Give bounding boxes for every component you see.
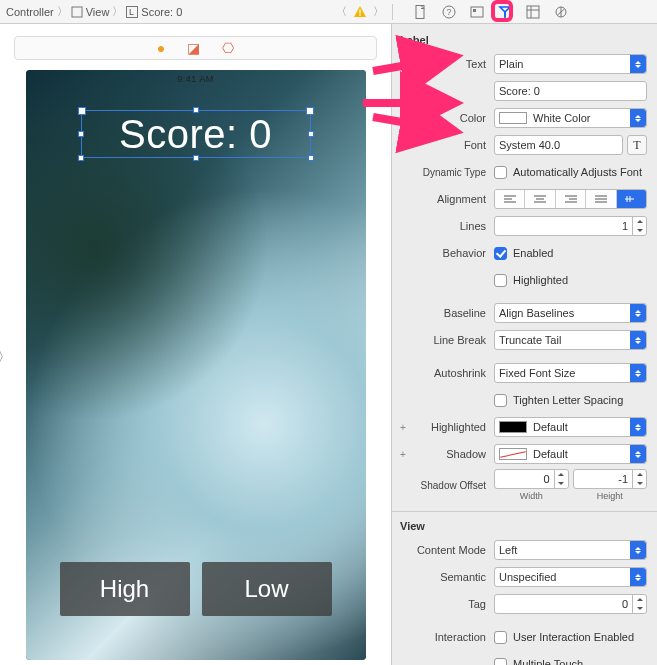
section-label: Label <box>400 34 647 46</box>
interaction-label: Interaction <box>406 631 494 643</box>
shadow-offset-label: Shadow Offset <box>406 480 494 491</box>
warning-icon[interactable] <box>353 5 367 19</box>
annotation-highlight <box>491 0 513 22</box>
svg-text:L: L <box>129 7 134 17</box>
svg-rect-5 <box>359 14 360 15</box>
text-mode-combo[interactable]: Plain <box>494 54 647 74</box>
connections-inspector-icon[interactable] <box>553 4 569 20</box>
tag-label: Tag <box>406 598 494 610</box>
divider <box>392 511 657 512</box>
font-picker-button[interactable]: T <box>627 135 647 155</box>
chevron-right-icon: 〉 <box>57 4 68 19</box>
constraints-icon[interactable]: ● <box>157 40 165 56</box>
device-preview[interactable]: 9:41 AM Score: 0 High Low <box>26 70 366 660</box>
canvas-prev-icon[interactable]: 〉 <box>0 345 14 369</box>
alignment-segmented[interactable] <box>494 189 647 209</box>
breadcrumb-item[interactable]: Controller <box>6 6 54 18</box>
align-center-icon <box>525 190 555 208</box>
enabled-checkbox[interactable]: Enabled <box>494 247 553 260</box>
identity-inspector-icon[interactable] <box>469 4 485 20</box>
shadow-height-stepper[interactable]: -1 <box>573 469 648 489</box>
breadcrumb: Controller 〉 View 〉 L Score: 0 〈 〉 <box>0 4 392 19</box>
svg-rect-10 <box>473 9 476 12</box>
user-interaction-checkbox[interactable]: User Interaction Enabled <box>494 631 634 644</box>
embed-icon[interactable]: ◪ <box>187 40 200 56</box>
section-view: View <box>400 520 647 532</box>
semantic-label: Semantic <box>406 571 494 583</box>
linebreak-label: Line Break <box>406 334 494 346</box>
auto-adjust-font-checkbox[interactable]: Automatically Adjusts Font <box>494 166 642 179</box>
svg-text:?: ? <box>447 7 452 17</box>
file-inspector-icon[interactable] <box>413 4 429 20</box>
color-label: Color <box>406 112 494 124</box>
canvas-pane: ● ◪ ⎔ 9:41 AM Score: 0 High Low 〉 <box>0 24 392 665</box>
svg-rect-9 <box>471 7 483 17</box>
tag-stepper[interactable]: 0 <box>494 594 647 614</box>
autoshrink-label: Autoshrink <box>406 367 494 379</box>
inspector-tabs: ? <box>392 4 657 20</box>
view-icon <box>71 6 83 18</box>
align-right-icon <box>556 190 586 208</box>
label-l-icon: L <box>126 6 138 18</box>
low-button[interactable]: Low <box>202 562 332 616</box>
align-natural-icon <box>617 190 646 208</box>
linebreak-combo[interactable]: Truncate Tail <box>494 330 647 350</box>
attributes-inspector: Label +Text Plain + Score: 0 +Color Whit… <box>392 24 657 665</box>
status-bar-time: 9:41 AM <box>26 74 366 84</box>
tighten-spacing-checkbox[interactable]: Tighten Letter Spacing <box>494 394 623 407</box>
back-icon[interactable]: 〈 <box>336 4 347 19</box>
svg-rect-4 <box>359 9 360 13</box>
text-label: Text <box>406 58 494 70</box>
alignment-label: Alignment <box>406 193 494 205</box>
shadow-width-stepper[interactable]: 0 <box>494 469 569 489</box>
text-value-field[interactable]: Score: 0 <box>494 81 647 101</box>
exit-icon[interactable]: ⎔ <box>222 40 234 56</box>
svg-rect-0 <box>72 7 82 17</box>
align-left-icon <box>495 190 525 208</box>
shadow-label: Shadow <box>406 448 494 460</box>
dynamic-type-label: Dynamic Type <box>406 167 494 178</box>
chevron-right-icon: 〉 <box>112 4 123 19</box>
multiple-touch-checkbox[interactable]: Multiple Touch <box>494 658 583 666</box>
high-button[interactable]: High <box>60 562 190 616</box>
semantic-combo[interactable]: Unspecified <box>494 567 647 587</box>
highlighted-checkbox[interactable]: Highlighted <box>494 274 568 287</box>
content-mode-combo[interactable]: Left <box>494 540 647 560</box>
width-sublabel: Width <box>494 491 569 501</box>
font-field[interactable]: System 40.0 <box>494 135 623 155</box>
autoshrink-combo[interactable]: Fixed Font Size <box>494 363 647 383</box>
lines-label: Lines <box>406 220 494 232</box>
baseline-combo[interactable]: Align Baselines <box>494 303 647 323</box>
content-mode-label: Content Mode <box>406 544 494 556</box>
align-justify-icon <box>586 190 616 208</box>
breadcrumb-item[interactable]: Score: 0 <box>141 6 182 18</box>
color-combo[interactable]: White Color <box>494 108 647 128</box>
top-bar: Controller 〉 View 〉 L Score: 0 〈 〉 ? <box>0 0 657 24</box>
svg-rect-12 <box>527 6 539 18</box>
highlighted-color-label: Highlighted <box>406 421 494 433</box>
forward-icon[interactable]: 〉 <box>373 4 384 19</box>
behavior-label: Behavior <box>406 247 494 259</box>
baseline-label: Baseline <box>406 307 494 319</box>
selection-handles[interactable] <box>81 110 311 158</box>
size-inspector-icon[interactable] <box>525 4 541 20</box>
height-sublabel: Height <box>573 491 648 501</box>
help-inspector-icon[interactable]: ? <box>441 4 457 20</box>
breadcrumb-item[interactable]: View <box>86 6 110 18</box>
canvas-mini-toolbar: ● ◪ ⎔ <box>14 36 377 60</box>
lines-stepper[interactable]: 1 <box>494 216 647 236</box>
font-label: Font <box>406 139 494 151</box>
highlighted-color-combo[interactable]: Default <box>494 417 647 437</box>
shadow-color-combo[interactable]: Default <box>494 444 647 464</box>
